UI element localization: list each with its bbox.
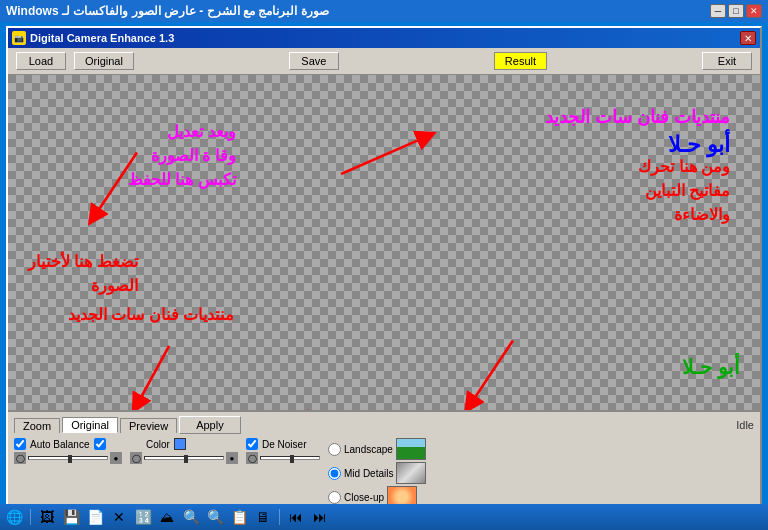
taskbar-icon-save[interactable]: 💾 xyxy=(61,507,81,527)
slider-icon-large: ● xyxy=(110,452,122,464)
auto-balance-checkbox[interactable] xyxy=(14,438,26,450)
exit-button[interactable]: Exit xyxy=(702,52,752,70)
denoiser-checkbox[interactable] xyxy=(246,438,258,450)
main-content: منتديات فنان سات الجديد أبو حـلا ومن هنا… xyxy=(8,75,760,520)
denoiser-group: De Noiser ◯ xyxy=(246,438,320,464)
color-group: Color ◯ ● xyxy=(130,438,238,464)
save-button[interactable]: Save xyxy=(289,52,339,70)
closeup-radio[interactable] xyxy=(328,491,341,504)
color-slider[interactable] xyxy=(144,456,224,460)
slider-icon-small: ◯ xyxy=(14,452,26,464)
taskbar-icon-grid[interactable]: 🔢 xyxy=(133,507,153,527)
color-swatch xyxy=(174,438,186,450)
taskbar-icon-prev[interactable]: ⏮ xyxy=(286,507,306,527)
tab-original[interactable]: Original xyxy=(62,417,118,433)
taskbar-separator-1 xyxy=(30,509,31,525)
taskbar-icon-monitor[interactable]: 🖥 xyxy=(253,507,273,527)
app-titlebar: 📷 Digital Camera Enhance 1.3 ✕ xyxy=(8,28,760,48)
denoiser-label: De Noiser xyxy=(262,439,306,450)
auto-balance-checkbox2[interactable] xyxy=(94,438,106,450)
taskbar-icon-clipboard[interactable]: 📋 xyxy=(229,507,249,527)
taskbar-icon-mountain[interactable]: ⛰ xyxy=(157,507,177,527)
bottom-tabs: Zoom Original Preview Apply Idle xyxy=(14,416,754,434)
app-title-left: 📷 Digital Camera Enhance 1.3 xyxy=(12,31,174,45)
color-label: Color xyxy=(146,439,170,450)
taskbar-icon-search[interactable]: 🔍 xyxy=(181,507,201,527)
landscape-img xyxy=(396,438,426,460)
radio-group: Landscape Mid Details Close-up xyxy=(328,438,426,508)
load-button[interactable]: Load xyxy=(16,52,66,70)
closeup-label: Close-up xyxy=(344,492,384,503)
canvas-area xyxy=(8,75,760,410)
tab-zoom[interactable]: Zoom xyxy=(14,418,60,433)
taskbar-icon-next[interactable]: ⏭ xyxy=(310,507,330,527)
landscape-label: Landscape xyxy=(344,444,393,455)
tab-preview[interactable]: Preview xyxy=(120,418,177,433)
mid-details-radio[interactable] xyxy=(328,467,341,480)
taskbar-icon-search2[interactable]: 🔍 xyxy=(205,507,225,527)
os-titlebar-buttons: ─ □ ✕ xyxy=(710,4,762,18)
app-close-button[interactable]: ✕ xyxy=(740,31,756,45)
landscape-radio[interactable] xyxy=(328,443,341,456)
auto-balance-label: Auto Balance xyxy=(30,439,90,450)
os-close-button[interactable]: ✕ xyxy=(746,4,762,18)
app-title: Digital Camera Enhance 1.3 xyxy=(30,32,174,44)
os-maximize-button[interactable]: □ xyxy=(728,4,744,18)
color-slider-icon-small: ◯ xyxy=(130,452,142,464)
middetails-img xyxy=(396,462,426,484)
taskbar-icon-x[interactable]: ✕ xyxy=(109,507,129,527)
denoiser-slider-icon-small: ◯ xyxy=(246,452,258,464)
os-minimize-button[interactable]: ─ xyxy=(710,4,726,18)
mid-details-label: Mid Details xyxy=(344,468,393,479)
apply-button[interactable]: Apply xyxy=(179,416,241,434)
taskbar-icon-globe[interactable]: 🌐 xyxy=(4,507,24,527)
toolbar: Load Original Save Result Exit xyxy=(8,48,760,75)
os-taskbar: 🌐 🖼 💾 📄 ✕ 🔢 ⛰ 🔍 🔍 📋 🖥 ⏮ ⏭ xyxy=(0,504,768,530)
controls-row: Auto Balance ◯ ● Color xyxy=(14,438,754,508)
taskbar-icon-image[interactable]: 🖼 xyxy=(37,507,57,527)
taskbar-separator-2 xyxy=(279,509,280,525)
color-slider-icon-large: ● xyxy=(226,452,238,464)
result-badge: Result xyxy=(494,52,547,70)
denoiser-slider[interactable] xyxy=(260,456,320,460)
os-titlebar: ─ □ ✕ صورة البرنامج مع الشرح - عارض الصو… xyxy=(0,0,768,22)
app-icon: 📷 xyxy=(12,31,26,45)
app-window: 📷 Digital Camera Enhance 1.3 ✕ Load Orig… xyxy=(6,26,762,522)
os-title: صورة البرنامج مع الشرح - عارض الصور والف… xyxy=(6,4,329,18)
auto-balance-group: Auto Balance ◯ ● xyxy=(14,438,122,464)
taskbar-icon-doc[interactable]: 📄 xyxy=(85,507,105,527)
original-button[interactable]: Original xyxy=(74,52,134,70)
auto-balance-slider[interactable] xyxy=(28,456,108,460)
idle-status: Idle xyxy=(736,419,754,431)
